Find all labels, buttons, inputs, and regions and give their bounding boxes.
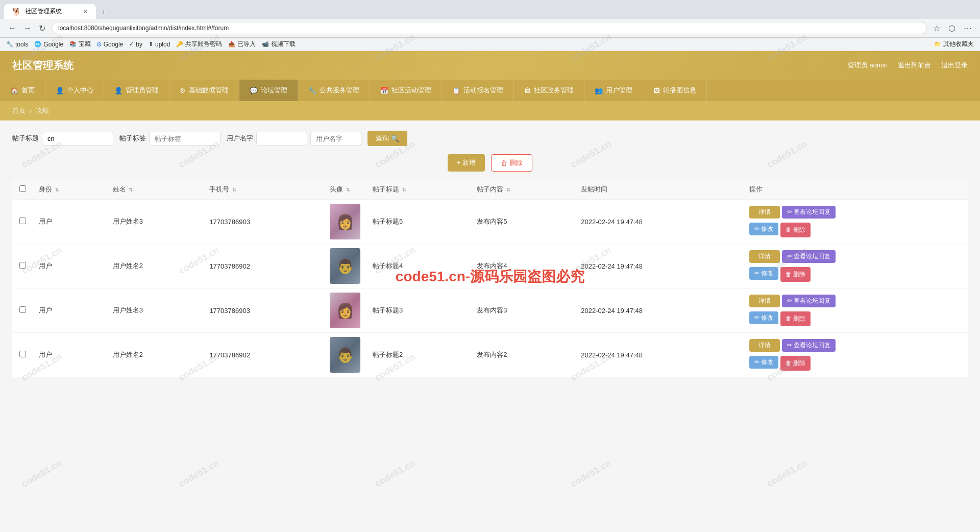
nav-government[interactable]: 🏛 社区政务管理 <box>514 80 584 101</box>
row-checkbox[interactable] <box>19 306 26 313</box>
bookmark-imported[interactable]: 📥已导入 <box>228 40 256 49</box>
bookmark-google2[interactable]: GGoogle <box>97 41 123 48</box>
nav-forum[interactable]: 💬 论坛管理 <box>239 80 298 101</box>
row-phone: 17703786903 <box>203 200 324 244</box>
nav-personal-label: 个人中心 <box>67 86 93 95</box>
table-row: 用户 用户姓名3 17703786903 👩 帖子标题3 发布内容3 2022-… <box>12 288 968 333</box>
bookmark-tools[interactable]: 🔧tools <box>6 41 28 48</box>
sort-avatar-icon[interactable]: ⇅ <box>346 187 350 192</box>
bulk-delete-button[interactable]: 🗑 删除 <box>491 154 532 172</box>
nav-base-data-label: 基础数据管理 <box>189 86 229 95</box>
bookmark-others[interactable]: 📁其他收藏夹 <box>934 40 974 49</box>
sort-identity-icon[interactable]: ⇅ <box>55 187 59 192</box>
detail-button[interactable]: 详情 <box>749 206 780 219</box>
tab-close-button[interactable]: ✕ <box>83 8 88 15</box>
home-icon: 🏠 <box>10 87 18 94</box>
row-checkbox[interactable] <box>19 217 26 224</box>
bookmark-baozang[interactable]: 📚宝藏 <box>69 40 91 49</box>
user-name-input2[interactable] <box>310 132 361 146</box>
view-reply-button[interactable]: ✏ 查看论坛回复 <box>782 206 836 219</box>
back-button[interactable]: ← <box>6 22 18 34</box>
post-tag-input[interactable] <box>149 132 220 146</box>
signup-icon: 📋 <box>452 87 460 94</box>
detail-button[interactable]: 详情 <box>749 250 780 263</box>
bookmark-google1[interactable]: 🌐Google <box>34 41 63 48</box>
nav-base-data[interactable]: ⚙ 基础数据管理 <box>169 80 239 101</box>
user-name-input[interactable] <box>256 132 307 146</box>
bookmark-button[interactable]: ☆ <box>931 22 942 34</box>
row-post-title: 帖子标题2 <box>366 333 471 377</box>
row-avatar: 👨 <box>324 244 366 288</box>
table-wrapper: 身份 ⇅ 姓名 ⇅ 手机号 ⇅ 头像 ⇅ <box>12 180 968 377</box>
delete-row-button[interactable]: 🗑 删除 <box>780 311 811 326</box>
user-name-label: 用户名字 <box>227 134 253 143</box>
nav-personal[interactable]: 👤 个人中心 <box>45 80 104 101</box>
nav-community-activity[interactable]: 📅 社区活动管理 <box>370 80 442 101</box>
nav-carousel[interactable]: 🖼 轮播图信息 <box>643 80 707 101</box>
row-post-time: 2022-02-24 19:47:48 <box>575 200 743 244</box>
forward-button[interactable]: → <box>21 22 34 34</box>
sort-title-icon[interactable]: ⇅ <box>402 187 406 192</box>
modify-button[interactable]: ✏ 修改 <box>749 223 778 235</box>
main-content: 帖子标题 帖子标签 用户名字 查询 🔍 + 新增 🗑 删除 <box>0 120 980 427</box>
bookmark-uplod[interactable]: ⬆uplod <box>149 41 170 48</box>
add-button[interactable]: + 新增 <box>448 154 485 172</box>
th-actions: 操作 <box>743 180 968 200</box>
modify-button[interactable]: ✏ 修改 <box>749 267 778 280</box>
post-title-input[interactable] <box>42 132 113 146</box>
detail-button[interactable]: 详情 <box>749 339 780 352</box>
goto-front-button[interactable]: 退出到前台 <box>898 61 931 70</box>
sort-content-icon[interactable]: ⇅ <box>506 187 510 192</box>
extensions-button[interactable]: ⬡ <box>946 22 958 34</box>
view-reply-button[interactable]: ✏ 查看论坛回复 <box>782 250 836 263</box>
modify-button[interactable]: ✏ 修改 <box>749 356 778 369</box>
nav-home[interactable]: 🏠 首页 <box>0 80 45 101</box>
nav-public-service[interactable]: 🔧 公共服务管理 <box>298 80 370 101</box>
logout-button[interactable]: 退出登录 <box>941 61 968 70</box>
sort-name-icon[interactable]: ⇅ <box>129 187 133 192</box>
table-row: 用户 用户姓名2 17703786902 👨 帖子标题2 发布内容2 2022-… <box>12 333 968 377</box>
nav-users[interactable]: 👥 用户管理 <box>584 80 643 101</box>
table-row: 用户 用户姓名2 17703786902 👨 帖子标题4 发布内容4 2022-… <box>12 244 968 288</box>
breadcrumb-home[interactable]: 首页 <box>12 106 26 115</box>
search-icon: 🔍 <box>391 135 399 142</box>
view-reply-button[interactable]: ✏ 查看论坛回复 <box>782 339 836 352</box>
delete-row-button[interactable]: 🗑 删除 <box>780 356 811 371</box>
row-avatar: 👨 <box>324 333 366 377</box>
nav-signup[interactable]: 📋 活动报名管理 <box>442 80 514 101</box>
row-name: 用户姓名2 <box>107 244 204 288</box>
browser-nav-buttons: ← → ↻ <box>6 22 47 34</box>
th-checkbox <box>12 180 33 200</box>
th-phone: 手机号 ⇅ <box>203 180 324 200</box>
view-reply-button[interactable]: ✏ 查看论坛回复 <box>782 295 836 307</box>
forum-icon: 💬 <box>250 87 258 94</box>
new-tab-button[interactable]: + <box>97 6 111 19</box>
row-checkbox[interactable] <box>19 351 26 357</box>
th-name: 姓名 ⇅ <box>107 180 204 200</box>
address-input[interactable] <box>52 22 927 34</box>
nav-gov-label: 社区政务管理 <box>534 86 574 95</box>
row-checkbox[interactable] <box>19 262 26 269</box>
delete-row-button[interactable]: 🗑 删除 <box>780 223 811 237</box>
bookmark-video[interactable]: 📹视频下载 <box>262 40 296 49</box>
header-actions: 管理员 admin 退出到前台 退出登录 <box>848 61 968 70</box>
nav-admin-manage[interactable]: 👤 管理员管理 <box>104 80 169 101</box>
more-button[interactable]: ⋯ <box>962 22 974 34</box>
delete-row-button[interactable]: 🗑 删除 <box>780 267 811 282</box>
user-name-field: 用户名字 <box>227 132 361 146</box>
search-button[interactable]: 查询 🔍 <box>368 131 407 146</box>
bookmark-by[interactable]: ✓by <box>129 41 142 48</box>
detail-button[interactable]: 详情 <box>749 295 780 307</box>
select-all-checkbox[interactable] <box>19 185 26 192</box>
browser-tab-active[interactable]: 🐕 社区管理系统 ✕ <box>4 4 96 19</box>
row-avatar: 👩 <box>324 200 366 244</box>
tab-favicon: 🐕 <box>12 8 21 16</box>
refresh-button[interactable]: ↻ <box>37 22 47 34</box>
modify-button[interactable]: ✏ 修改 <box>749 311 778 324</box>
gov-icon: 🏛 <box>524 87 531 94</box>
row-phone: 17703786903 <box>203 288 324 333</box>
row-checkbox-cell <box>12 288 33 333</box>
bookmark-shared-account[interactable]: 🔑共享账号密码 <box>176 40 222 49</box>
base-data-icon: ⚙ <box>180 87 186 94</box>
sort-phone-icon[interactable]: ⇅ <box>232 187 236 192</box>
